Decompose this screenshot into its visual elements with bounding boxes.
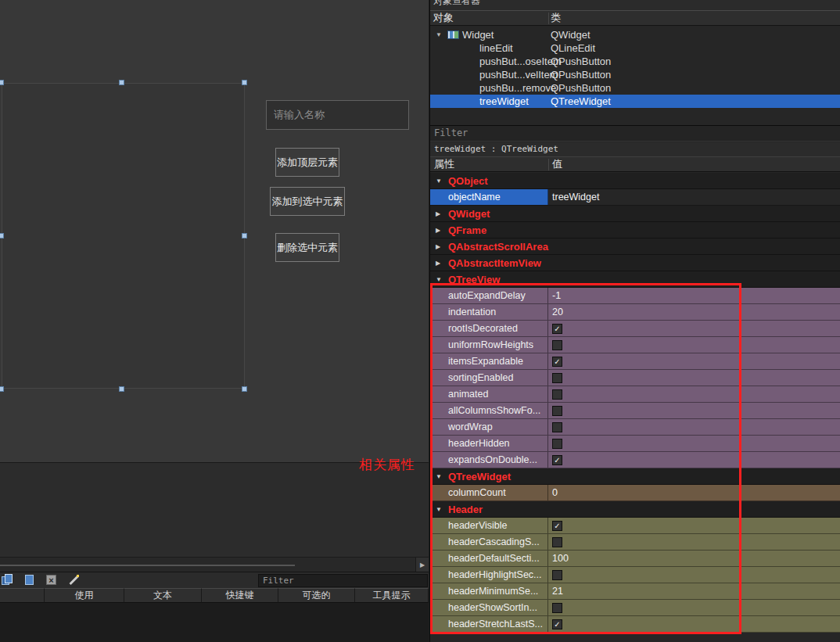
property-name-cell[interactable]: headerHidden [430,436,548,451]
property-name-cell[interactable]: wordWrap [430,419,548,435]
property-value-cell[interactable]: 0 [548,485,840,500]
object-tree-row[interactable]: ▼WidgetQWidget [430,28,840,41]
property-value-cell[interactable]: 21 [548,583,840,599]
property-name-cell[interactable]: headerMinimumSe... [430,583,548,599]
property-value-cell[interactable]: 20 [548,304,840,320]
checkbox[interactable]: ✓ [552,357,562,367]
selection-handle[interactable] [242,80,247,85]
selection-handle[interactable] [242,386,247,392]
checkbox[interactable]: ✓ [552,455,562,465]
object-tree-row[interactable]: pushBut...oseItemQPushButton [430,55,840,68]
duplicate-action-icon[interactable] [23,574,37,587]
expand-arrow-icon[interactable]: ▶ [436,227,440,234]
property-name-cell[interactable]: sortingEnabled [430,370,548,386]
property-value-cell[interactable] [548,370,840,386]
new-action-icon[interactable] [1,574,15,587]
scroll-right-button[interactable]: ▶ [415,558,429,572]
property-value-cell[interactable]: treeWidget [548,189,840,205]
property-name-cell[interactable]: autoExpandDelay [430,288,548,303]
property-name-cell[interactable]: uniformRowHeights [430,337,548,353]
property-category-row[interactable]: ▶QFrame [430,222,840,239]
delete-action-icon[interactable]: × [45,574,59,587]
form-canvas[interactable]: 请输入名称 添加顶层元素 添加到选中元素 删除选中元素 [0,0,429,463]
add-top-level-button[interactable]: 添加顶层元素 [275,148,339,177]
designed-tree-widget[interactable] [2,83,245,389]
expand-arrow-icon[interactable]: ▼ [436,506,442,513]
expand-arrow-icon[interactable]: ▶ [436,210,440,217]
action-header-text[interactable]: 文本 [124,588,202,603]
property-category-row[interactable]: ▼QTreeWidget [430,468,840,485]
property-value-cell[interactable] [548,403,840,418]
property-name-cell[interactable]: rootIsDecorated [430,321,548,336]
object-tree-row[interactable]: treeWidgetQTreeWidget [430,95,840,108]
expand-arrow-icon[interactable]: ▶ [436,260,440,267]
property-name-cell[interactable]: animated [430,386,548,402]
expand-arrow-icon[interactable]: ▶ [436,243,440,250]
column-divider[interactable] [548,159,549,170]
selection-handle[interactable] [119,386,124,392]
property-value-cell[interactable] [548,386,840,402]
selection-handle[interactable] [0,386,4,392]
horizontal-scrollbar[interactable]: ▶ [0,557,429,572]
selection-handle[interactable] [0,80,4,85]
property-value-cell[interactable]: ✓ [548,616,840,632]
expand-arrow-icon[interactable]: ▼ [436,276,442,283]
checkbox[interactable]: ✓ [552,521,562,531]
property-name-cell[interactable]: headerStretchLastS... [430,616,548,632]
checkbox[interactable] [552,537,562,547]
action-header-used[interactable]: 使用 [45,588,124,603]
property-value-cell[interactable]: -1 [548,288,840,303]
property-value-cell[interactable]: 100 [548,551,840,566]
property-value-cell[interactable] [548,436,840,451]
expand-arrow-icon[interactable]: ▼ [436,31,442,38]
property-value-cell[interactable] [548,534,840,550]
column-divider[interactable] [548,13,549,24]
selection-handle[interactable] [119,80,124,85]
checkbox[interactable] [552,389,562,400]
action-header-checkable[interactable]: 可选的 [278,588,355,603]
delete-selected-button[interactable]: 删除选中元素 [275,233,339,262]
property-category-row[interactable]: ▶QWidget [430,206,840,222]
property-value-cell[interactable] [548,419,840,435]
configure-icon[interactable] [67,574,81,587]
checkbox[interactable]: ✓ [552,619,562,629]
checkbox[interactable] [552,603,562,613]
column-header-object[interactable]: 对象 [433,11,454,25]
property-name-cell[interactable]: headerShowSortIn... [430,600,548,615]
selection-handle[interactable] [242,233,247,239]
action-header-tooltip[interactable]: 工具提示 [355,588,429,603]
property-value-cell[interactable]: ✓ [548,321,840,336]
checkbox[interactable] [552,373,562,383]
property-value-cell[interactable] [548,337,840,353]
property-name-cell[interactable]: headerHighlightSec... [430,567,548,583]
property-name-cell[interactable]: indentation [430,304,548,320]
property-value-cell[interactable] [548,600,840,615]
expand-arrow-icon[interactable]: ▼ [436,178,442,185]
property-value-cell[interactable]: ✓ [548,452,840,468]
checkbox[interactable] [552,340,562,350]
scrollbar-track[interactable] [0,565,295,566]
property-filter-input[interactable]: Filter [430,125,840,142]
property-category-row[interactable]: ▼QObject [430,173,840,189]
add-to-selected-button[interactable]: 添加到选中元素 [270,187,345,216]
checkbox[interactable] [552,422,562,432]
action-filter-input[interactable]: Filter [258,574,428,587]
property-value-cell[interactable]: ✓ [548,518,840,533]
property-name-cell[interactable]: expandsOnDouble... [430,452,548,468]
object-tree-row[interactable]: pushBut...velItemQPushButton [430,68,840,81]
property-name-cell[interactable]: headerVisible [430,518,548,533]
property-category-row[interactable]: ▼QTreeView [430,271,840,288]
action-header-shortcut[interactable]: 快捷键 [202,588,278,603]
property-category-row[interactable]: ▶QAbstractScrollArea [430,239,840,255]
column-header-value[interactable]: 值 [552,157,562,171]
property-name-cell[interactable]: itemsExpandable [430,353,548,369]
checkbox[interactable] [552,439,562,449]
name-input[interactable]: 请输入名称 [266,100,409,130]
property-category-row[interactable]: ▶QAbstractItemView [430,255,840,271]
property-name-cell[interactable]: columnCount [430,485,548,500]
column-header-class[interactable]: 类 [551,11,561,25]
checkbox[interactable] [552,406,562,416]
property-category-row[interactable]: ▼Header [430,501,840,518]
property-name-cell[interactable]: headerCascadingS... [430,534,548,550]
checkbox[interactable]: ✓ [552,324,562,334]
